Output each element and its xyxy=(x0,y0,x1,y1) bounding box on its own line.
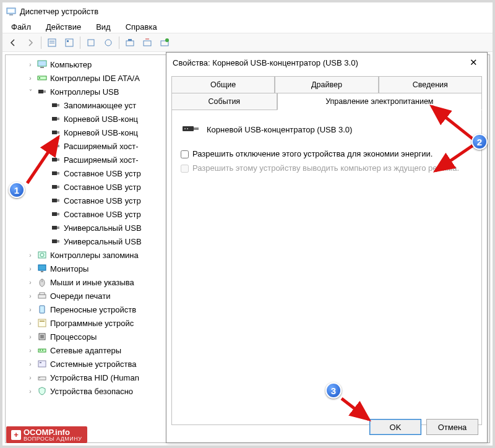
tree-item-label: Устройства HID (Human xyxy=(49,373,139,382)
tab-events[interactable]: События xyxy=(171,93,277,110)
tab-power[interactable]: Управление электропитанием xyxy=(277,93,482,110)
tree-item-label: Составное USB устр xyxy=(62,169,141,178)
svg-rect-50 xyxy=(40,293,45,295)
titlebar: Диспетчер устройств xyxy=(2,2,493,20)
security-icon xyxy=(37,386,48,396)
checkbox-allow-wake: Разрешить этому устройству выводить комп… xyxy=(181,161,473,175)
dialog-title: Свойства: Корневой USB-концентратор (USB… xyxy=(173,58,358,67)
tree-item-label: Корневой USB-конц xyxy=(62,128,138,137)
cpu-icon xyxy=(37,332,48,342)
tab-general[interactable]: Общие xyxy=(171,76,275,93)
expander-icon[interactable]: › xyxy=(25,320,35,327)
svg-rect-30 xyxy=(57,158,59,161)
svg-rect-18 xyxy=(39,77,40,79)
svg-rect-62 xyxy=(39,377,40,378)
tree-item-label: Составное USB устр xyxy=(62,196,141,205)
tab-panel-power: Корневой USB-концентратор (USB 3.0) Разр… xyxy=(171,110,482,425)
expander-icon[interactable]: › xyxy=(25,347,35,354)
svg-rect-55 xyxy=(40,335,44,338)
menu-file[interactable]: Файл xyxy=(5,21,37,33)
toolbar-btn-3[interactable] xyxy=(83,35,99,50)
svg-rect-25 xyxy=(52,131,57,134)
expander-icon[interactable]: › xyxy=(25,75,35,82)
watermark-sub: ВОПРОСЫ АДМИНУ xyxy=(24,436,82,442)
checkbox-allow-turnoff-label: Разрешить отключение этого устройства дл… xyxy=(192,149,433,158)
tree-item-label: Процессоры xyxy=(49,332,97,342)
device-manager-window: Диспетчер устройств Файл Действие Вид Сп… xyxy=(2,2,493,446)
svg-rect-28 xyxy=(57,145,59,147)
checkbox-allow-turnoff-input[interactable] xyxy=(181,150,189,158)
portable-icon xyxy=(37,304,48,314)
menu-action[interactable]: Действие xyxy=(40,21,87,33)
checkbox-allow-turnoff[interactable]: Разрешить отключение этого устройства дл… xyxy=(181,147,473,161)
expander-icon[interactable]: › xyxy=(25,265,35,272)
expander-icon[interactable]: › xyxy=(25,306,35,313)
usb-icon xyxy=(50,209,61,219)
toolbar-btn-5[interactable] xyxy=(122,35,138,50)
expander-icon[interactable]: › xyxy=(25,61,35,68)
svg-rect-32 xyxy=(57,172,59,174)
cancel-button[interactable]: Отмена xyxy=(426,419,478,435)
tree-item-label: Сетевые адаптеры xyxy=(49,346,121,355)
usb-icon xyxy=(50,223,61,233)
tree-item-label: Компьютер xyxy=(49,60,92,69)
svg-point-66 xyxy=(187,128,188,129)
forward-button[interactable] xyxy=(22,35,38,50)
svg-rect-27 xyxy=(52,144,57,148)
tree-item-label: Универсальный USB xyxy=(62,237,142,246)
tree-item-label: Расширяемый хост- xyxy=(62,142,139,151)
expander-icon[interactable]: › xyxy=(25,388,35,395)
svg-rect-20 xyxy=(43,90,46,93)
checkbox-allow-wake-label: Разрешить этому устройству выводить комп… xyxy=(192,163,459,173)
device-header: Корневой USB-концентратор (USB 3.0) xyxy=(181,119,473,147)
app-icon xyxy=(6,6,16,16)
computer-icon xyxy=(37,59,48,69)
close-button[interactable]: ✕ xyxy=(466,55,481,70)
usb-icon xyxy=(50,168,61,178)
svg-rect-2 xyxy=(8,9,14,12)
expander-icon[interactable]: › xyxy=(25,374,35,381)
expander-icon[interactable]: › xyxy=(25,361,35,368)
svg-rect-46 xyxy=(41,271,43,272)
tree-item-label: Корневой USB-конц xyxy=(62,114,138,124)
storage-icon xyxy=(37,250,48,260)
tree-item-label: Устройства безопасно xyxy=(49,387,133,396)
svg-rect-42 xyxy=(57,240,59,243)
svg-point-14 xyxy=(165,38,169,42)
svg-rect-49 xyxy=(38,295,46,298)
expander-icon[interactable]: › xyxy=(25,293,35,299)
toolbar-btn-4[interactable] xyxy=(100,35,116,50)
toolbar-btn-6[interactable] xyxy=(139,35,155,50)
svg-rect-56 xyxy=(38,349,46,352)
tree-item-label: Расширяемый хост- xyxy=(62,155,139,165)
svg-rect-21 xyxy=(52,103,57,107)
hid-icon xyxy=(37,373,48,382)
svg-rect-41 xyxy=(52,239,57,243)
back-button[interactable] xyxy=(5,35,21,50)
toolbar-btn-1[interactable] xyxy=(44,35,60,50)
usb-icon xyxy=(50,196,61,205)
tree-item-label: Мыши и иные указыва xyxy=(49,278,134,287)
menu-view[interactable]: Вид xyxy=(90,21,117,33)
tab-driver[interactable]: Драйвер xyxy=(275,76,378,93)
toolbar-btn-7[interactable] xyxy=(157,35,173,50)
expander-icon[interactable]: › xyxy=(25,252,35,259)
svg-rect-51 xyxy=(40,306,45,313)
expander-icon[interactable]: › xyxy=(25,279,35,286)
tree-item-label: Системные устройства xyxy=(49,360,136,369)
svg-rect-11 xyxy=(128,39,132,41)
svg-rect-6 xyxy=(66,39,73,46)
tree-item-label: Очереди печати xyxy=(49,291,111,301)
tab-details[interactable]: Сведения xyxy=(379,76,482,93)
expander-icon[interactable]: › xyxy=(25,334,35,340)
menu-help[interactable]: Справка xyxy=(119,21,163,33)
svg-rect-23 xyxy=(52,117,57,121)
tree-item-label: Контроллеры IDE ATA/A xyxy=(49,74,140,83)
svg-point-65 xyxy=(184,128,186,129)
svg-rect-7 xyxy=(67,40,69,42)
toolbar-btn-2[interactable] xyxy=(61,35,77,50)
expander-icon[interactable]: ˅ xyxy=(25,88,35,95)
ok-button[interactable]: OK xyxy=(369,419,421,435)
svg-rect-34 xyxy=(57,186,59,188)
dialog-buttons: OK Отмена xyxy=(369,419,478,435)
